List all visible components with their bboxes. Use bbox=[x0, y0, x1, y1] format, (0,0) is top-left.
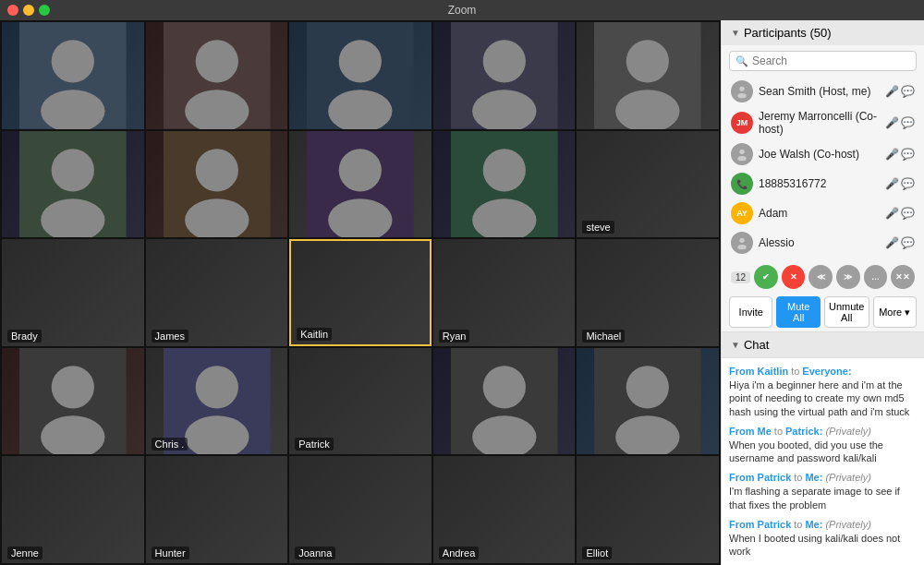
chat-body: I'm flashing a separate image to see if … bbox=[729, 485, 917, 511]
video-cell-c17[interactable]: Chris . bbox=[146, 348, 288, 455]
svg-point-19 bbox=[195, 149, 237, 191]
search-box: 🔍 bbox=[729, 51, 917, 71]
svg-point-40 bbox=[737, 93, 746, 98]
chat-icon: 💬 bbox=[901, 236, 915, 249]
chat-message-header: From Kaitlin to Everyone: bbox=[729, 366, 917, 377]
maximize-button[interactable] bbox=[39, 5, 50, 16]
chat-private-label: (Privately) bbox=[825, 519, 871, 530]
reaction-btn-yes[interactable]: ✔ bbox=[754, 265, 778, 289]
participant-item[interactable]: Sean Smith (Host, me)🎤💬 bbox=[722, 77, 924, 106]
svg-point-10 bbox=[482, 40, 525, 82]
video-grid: steveBradyJamesKaitlinRyanMichael Chris … bbox=[0, 20, 721, 565]
svg-point-31 bbox=[195, 366, 237, 408]
unmute-all-button[interactable]: Unmute All bbox=[824, 296, 869, 328]
reaction-count-badge: 12 bbox=[731, 271, 750, 283]
video-cell-c12[interactable]: James bbox=[146, 239, 288, 346]
participants-title: Participants (50) bbox=[744, 26, 832, 40]
participant-item[interactable]: JMJeremy Marroncelli (Co-host)🎤💬 bbox=[722, 106, 924, 139]
svg-point-41 bbox=[739, 150, 744, 154]
video-cell-c4[interactable] bbox=[433, 22, 576, 129]
participant-name: Adam bbox=[759, 207, 885, 220]
participant-item[interactable]: Alessio🎤💬 bbox=[722, 228, 924, 258]
video-cell-c6[interactable] bbox=[2, 131, 144, 238]
video-cell-c23[interactable]: Joanna bbox=[289, 456, 432, 563]
svg-point-1 bbox=[52, 40, 94, 82]
participant-item[interactable]: AYAdam🎤💬 bbox=[722, 198, 924, 228]
participant-name: Joe Walsh (Co-host) bbox=[759, 148, 885, 161]
minimize-button[interactable] bbox=[23, 5, 34, 16]
participant-avatar bbox=[731, 143, 753, 165]
cell-label-c24: Andrea bbox=[439, 547, 479, 559]
cell-label-c10: steve bbox=[582, 221, 614, 234]
video-cell-c9[interactable] bbox=[433, 131, 576, 238]
mute-all-button[interactable]: Mute All bbox=[776, 296, 820, 328]
video-cell-c3[interactable] bbox=[289, 22, 432, 129]
reaction-btn-clear-all[interactable]: ✕✕ bbox=[891, 265, 915, 289]
participant-name: 18885316772 bbox=[759, 177, 885, 190]
reaction-btn-no[interactable]: ✕ bbox=[782, 265, 806, 289]
svg-point-4 bbox=[195, 40, 237, 82]
svg-point-39 bbox=[739, 87, 744, 91]
cell-label-c23: Joanna bbox=[295, 547, 335, 559]
reaction-row: 12✔✕≪≫…✕✕ bbox=[722, 261, 924, 293]
participant-item[interactable]: 📞18885316772🎤💬 bbox=[722, 169, 924, 198]
video-cell-c8[interactable] bbox=[289, 131, 432, 238]
invite-button[interactable]: Invite bbox=[729, 296, 772, 328]
participant-icons: 🎤💬 bbox=[885, 177, 915, 190]
video-cell-c13[interactable]: Kaitlin bbox=[289, 239, 432, 346]
mic-icon: 🎤 bbox=[885, 207, 899, 220]
cell-label-c21: Jenne bbox=[7, 547, 43, 559]
cell-label-c13: Kaitlin bbox=[297, 328, 332, 341]
participant-icons: 🎤💬 bbox=[885, 236, 915, 249]
participant-item[interactable]: Joe Walsh (Co-host)🎤💬 bbox=[722, 139, 924, 169]
video-cell-c10[interactable]: steve bbox=[577, 131, 719, 238]
titlebar: Zoom bbox=[0, 0, 924, 20]
participant-avatar: JM bbox=[731, 112, 753, 134]
chat-private-label: (Privately) bbox=[825, 472, 871, 483]
video-cell-c15[interactable]: Michael bbox=[577, 239, 719, 346]
more-button[interactable]: More ▾ bbox=[873, 296, 917, 328]
video-cell-c22[interactable]: Hunter bbox=[146, 456, 288, 563]
reaction-btn-go-faster[interactable]: ≫ bbox=[836, 265, 860, 289]
chat-message-header: From Patrick to Me: (Privately) bbox=[729, 519, 917, 530]
chat-icon: 💬 bbox=[901, 85, 915, 98]
chat-to: to bbox=[794, 472, 802, 483]
participant-avatar bbox=[731, 232, 753, 254]
chat-section: ▼ Chat From Kaitlin to Everyone:Hiya i'm… bbox=[722, 332, 924, 565]
video-cell-c7[interactable] bbox=[146, 131, 288, 238]
search-input[interactable] bbox=[752, 54, 910, 67]
chat-to: to bbox=[774, 426, 783, 437]
close-button[interactable] bbox=[7, 5, 18, 16]
participant-icons: 🎤💬 bbox=[885, 207, 915, 220]
video-cell-c24[interactable]: Andrea bbox=[433, 456, 576, 563]
cell-label-c11: Brady bbox=[7, 330, 42, 343]
video-cell-c14[interactable]: Ryan bbox=[433, 239, 576, 346]
video-cell-c25[interactable]: Elliot bbox=[577, 456, 719, 563]
video-cell-c16[interactable] bbox=[2, 348, 144, 455]
participant-avatar bbox=[731, 80, 753, 102]
video-cell-c1[interactable] bbox=[2, 22, 144, 129]
participant-icons: 🎤💬 bbox=[885, 148, 915, 161]
chat-message-header: From Me to Patrick: (Privately) bbox=[729, 426, 917, 437]
participant-icons: 🎤💬 bbox=[885, 85, 915, 98]
reaction-btn-go-slower[interactable]: ≪ bbox=[808, 265, 833, 289]
chat-to: to bbox=[794, 519, 802, 530]
chat-recipient: Me: bbox=[805, 472, 822, 483]
mic-icon: 🎤 bbox=[885, 148, 899, 161]
video-cell-c21[interactable]: Jenne bbox=[2, 456, 144, 563]
video-cell-c11[interactable]: Brady bbox=[2, 239, 144, 346]
chevron-icon: ▼ bbox=[731, 28, 740, 38]
svg-point-44 bbox=[737, 245, 746, 249]
cell-label-c17: Chris . bbox=[152, 438, 188, 451]
chat-icon: 💬 bbox=[901, 116, 915, 129]
participants-section: ▼ Participants (50) 🔍 Sean Smith (Host, … bbox=[722, 20, 924, 332]
video-cell-c2[interactable] bbox=[146, 22, 288, 129]
video-cell-c19[interactable] bbox=[433, 348, 576, 455]
video-cell-c20[interactable] bbox=[577, 348, 719, 455]
video-cell-c18[interactable]: Patrick bbox=[289, 348, 432, 455]
cell-label-c25: Elliot bbox=[582, 547, 612, 559]
participant-icons: 🎤💬 bbox=[885, 116, 915, 129]
video-cell-c5[interactable] bbox=[577, 22, 719, 129]
reaction-btn-more[interactable]: … bbox=[864, 265, 888, 289]
mic-icon: 🎤 bbox=[885, 177, 899, 190]
